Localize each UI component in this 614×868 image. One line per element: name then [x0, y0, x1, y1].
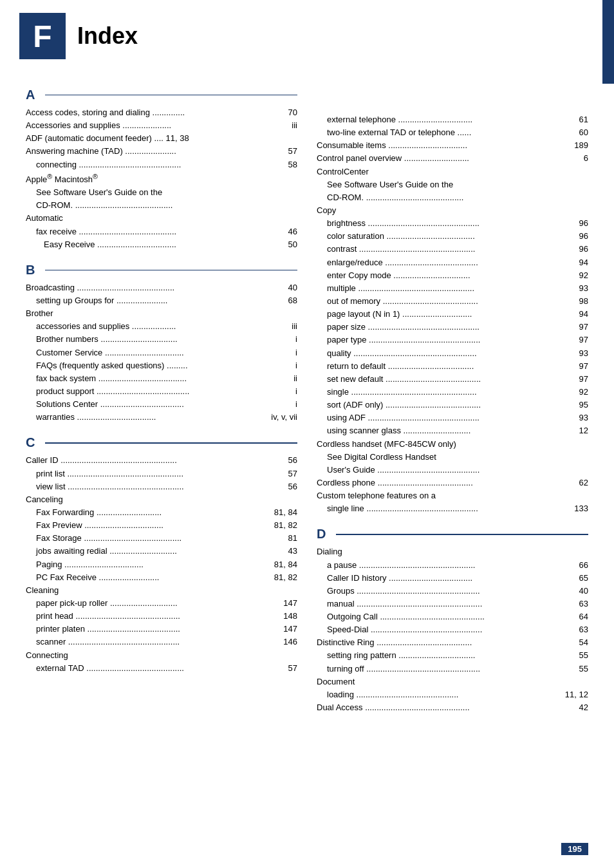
section-d-header: D: [317, 527, 588, 542]
entry-enlarge: enlarge/reduce .........................…: [317, 256, 588, 269]
entry-answering-machine: Answering machine (TAD) ................…: [26, 145, 297, 158]
section-d-line: [336, 534, 588, 535]
entry-apple-cdrom: CD-ROM. ................................…: [26, 199, 297, 212]
entry-speed-dial: Speed-Dial .............................…: [317, 623, 588, 636]
entry-print-head: print head .............................…: [26, 610, 297, 623]
entry-dual-access: Dual Access ............................…: [317, 701, 588, 714]
entry-set-new-default: set new default ........................…: [317, 373, 588, 386]
entry-easy-receive: Easy Receive ...........................…: [26, 238, 297, 251]
entry-turning-off: turning off ............................…: [317, 663, 588, 675]
right-column: external telephone .....................…: [317, 79, 588, 714]
entry-cordless-guide: User's Guide ...........................…: [317, 464, 588, 476]
entry-caller-id-history: Caller ID history ......................…: [317, 572, 588, 585]
entry-controlcenter-see: See Software User's Guide on the: [317, 178, 588, 191]
section-d-letter: D: [317, 527, 330, 542]
entry-product-support: product support ........................…: [26, 385, 297, 398]
entry-paging: Paging .................................…: [26, 558, 297, 571]
entry-cordless-see: See Digital Cordless Handset: [317, 451, 588, 464]
entry-warranties: warranties .............................…: [26, 411, 297, 424]
entry-distinctive-ring: Distinctive Ring .......................…: [317, 636, 588, 649]
entry-using-adf: using ADF ..............................…: [317, 411, 588, 424]
entry-caller-id: Caller ID ..............................…: [26, 454, 297, 467]
page-title: Index: [77, 23, 138, 50]
entry-copy: Copy: [317, 204, 588, 217]
entry-controlcenter-cdrom: CD-ROM. ................................…: [317, 191, 588, 204]
section-c-letter: C: [26, 435, 39, 450]
left-column: A Access codes, storing and dialing ....…: [26, 79, 297, 714]
entry-manual: manual .................................…: [317, 598, 588, 610]
right-accent-bar: [602, 0, 614, 84]
entry-external-tad: external TAD ...........................…: [26, 662, 297, 675]
entry-custom-telephone: Custom telephone features on a: [317, 489, 588, 502]
entry-paper-size: paper size .............................…: [317, 321, 588, 334]
entry-jobs-redial: jobs awaiting redial ...................…: [26, 545, 297, 558]
section-b-line: [45, 270, 297, 271]
entry-sort-adf: sort (ADF only) ........................…: [317, 399, 588, 411]
entry-customer-service: Customer Service .......................…: [26, 346, 297, 359]
section-letter-box: F: [19, 13, 66, 59]
entry-broadcasting: Broadcasting ...........................…: [26, 281, 297, 294]
entry-brother-accessories: accessories and supplies ...............…: [26, 320, 297, 333]
entry-using-scanner: using scanner glass ....................…: [317, 424, 588, 437]
entry-canceling: Canceling: [26, 493, 297, 506]
section-b-header: B: [26, 263, 297, 278]
entry-out-of-memory: out of memory ..........................…: [317, 295, 588, 308]
entry-return-default: return to default ......................…: [317, 360, 588, 373]
entry-paper-roller: paper pick-up roller ...................…: [26, 597, 297, 610]
entry-page-layout: page layout (N in 1) ...................…: [317, 308, 588, 321]
entry-two-line-tad: two-line external TAD or telephone .....…: [317, 126, 588, 139]
entry-multiple: multiple ...............................…: [317, 282, 588, 295]
page-header: F Index: [0, 0, 614, 72]
entry-single: single .................................…: [317, 386, 588, 399]
entry-loading: loading ................................…: [317, 688, 588, 701]
section-c-header: C: [26, 435, 297, 450]
entry-contrast: contrast ...............................…: [317, 243, 588, 256]
entry-printer-platen: printer platen .........................…: [26, 623, 297, 636]
entry-consumable: Consumable items .......................…: [317, 139, 588, 152]
entry-apple-see: See Software User's Guide on the: [26, 186, 297, 199]
section-b-letter: B: [26, 263, 39, 278]
entry-setting-groups: setting up Groups for ..................…: [26, 294, 297, 307]
entry-control-panel: Control panel overview .................…: [317, 152, 588, 165]
entry-pc-fax: PC Fax Receive .........................…: [26, 571, 297, 584]
entry-adf: ADF (automatic document feeder) .... 11,…: [26, 132, 297, 145]
entry-print-list: print list .............................…: [26, 467, 297, 480]
entry-brother-numbers: Brother numbers ........................…: [26, 333, 297, 346]
entry-automatic: Automatic: [26, 212, 297, 225]
entry-external-telephone: external telephone .....................…: [317, 113, 588, 126]
entry-document: Document: [317, 675, 588, 688]
index-content: A Access codes, storing and dialing ....…: [0, 72, 614, 740]
entry-faqs: FAQs (frequently asked questions) ......…: [26, 359, 297, 372]
entry-controlcenter: ControlCenter: [317, 165, 588, 178]
entry-scanner: scanner ................................…: [26, 636, 297, 648]
entry-ring-pattern: setting ring pattern ...................…: [317, 649, 588, 662]
entry-cleaning: Cleaning: [26, 584, 297, 597]
section-a-header: A: [26, 88, 297, 102]
entry-cordless-phone: Cordless phone .........................…: [317, 476, 588, 489]
entry-fax-preview: Fax Preview ............................…: [26, 519, 297, 532]
entry-quality: quality ................................…: [317, 347, 588, 360]
entry-fax-receive: fax receive ............................…: [26, 225, 297, 238]
entry-outgoing-call: Outgoing Call ..........................…: [317, 610, 588, 623]
entry-cordless-handset: Cordless handset (MFC-845CW only): [317, 438, 588, 451]
section-letter: F: [33, 19, 51, 54]
entry-fax-storage: Fax Storage ............................…: [26, 532, 297, 545]
entry-fax-forwarding: Fax Forwarding .........................…: [26, 506, 297, 519]
entry-solutions-center: Solutions Center .......................…: [26, 398, 297, 411]
entry-connecting-main: Connecting: [26, 649, 297, 662]
entry-connecting: connecting .............................…: [26, 158, 297, 171]
entry-color-sat: color saturation .......................…: [317, 230, 588, 243]
entry-enter-copy: enter Copy mode ........................…: [317, 269, 588, 282]
entry-brother: Brother: [26, 307, 297, 320]
entry-view-list: view list ..............................…: [26, 480, 297, 493]
section-a-line: [45, 95, 297, 96]
entry-single-line: single line ............................…: [317, 502, 588, 515]
entry-brightness: brightness .............................…: [317, 217, 588, 230]
entry-groups: Groups .................................…: [317, 585, 588, 598]
section-c-line: [45, 442, 297, 444]
entry-dialing: Dialing: [317, 545, 588, 558]
entry-paper-type: paper type .............................…: [317, 334, 588, 346]
page-number: 195: [561, 843, 588, 855]
entry-fax-back: fax back system ........................…: [26, 372, 297, 385]
section-a-letter: A: [26, 88, 39, 102]
